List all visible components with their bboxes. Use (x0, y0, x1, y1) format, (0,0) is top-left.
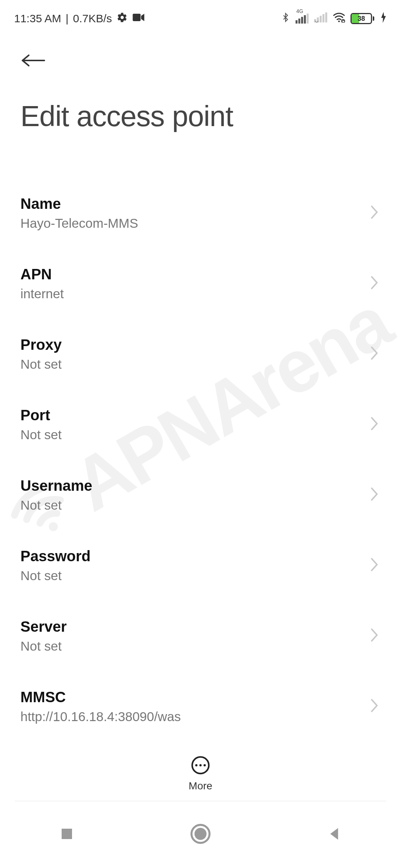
svg-point-13 (338, 20, 340, 22)
row-title: Server (20, 618, 67, 635)
chevron-right-icon (369, 486, 381, 504)
row-value: Not set (20, 357, 62, 372)
row-server[interactable]: Server Not set (0, 601, 401, 671)
row-value: Hayo-Telecom-MMS (20, 216, 138, 231)
chevron-right-icon (369, 345, 381, 363)
more-label: More (189, 780, 212, 792)
row-value: Not set (20, 639, 67, 654)
row-password[interactable]: Password Not set (0, 530, 401, 601)
wifi-icon (333, 12, 345, 25)
bluetooth-icon (281, 11, 290, 26)
row-value: Not set (20, 498, 92, 513)
chevron-right-icon (369, 627, 381, 645)
svg-rect-9 (320, 16, 322, 22)
row-proxy[interactable]: Proxy Not set (0, 319, 401, 389)
video-icon (132, 12, 145, 25)
nav-bar (0, 801, 401, 868)
settings-list: Name Hayo-Telecom-MMS APN internet Proxy… (0, 178, 401, 782)
row-name[interactable]: Name Hayo-Telecom-MMS (0, 178, 401, 248)
charging-icon (380, 12, 387, 26)
signal-nosim-icon: ✕ (314, 12, 327, 25)
status-speed: 0.7KB/s (73, 12, 112, 25)
chevron-right-icon (369, 556, 381, 574)
svg-rect-11 (325, 12, 327, 22)
row-value: Not set (20, 568, 91, 583)
triangle-left-icon (326, 826, 342, 843)
battery-icon: 38 (351, 13, 374, 24)
row-title: APN (20, 266, 64, 283)
row-mmsc[interactable]: MMSC http://10.16.18.4:38090/was (0, 671, 401, 742)
row-value: internet (20, 286, 64, 301)
chevron-right-icon (369, 415, 381, 433)
svg-point-19 (203, 764, 206, 766)
svg-point-17 (195, 764, 198, 766)
svg-rect-3 (299, 19, 300, 24)
svg-rect-5 (304, 15, 306, 24)
svg-rect-2 (296, 20, 297, 24)
row-title: Password (20, 548, 91, 565)
svg-point-14 (342, 19, 345, 22)
chevron-right-icon (369, 204, 381, 222)
nav-recents-button[interactable] (30, 816, 104, 853)
gear-icon (117, 12, 128, 26)
page-title: Edit access point (20, 99, 381, 133)
row-apn[interactable]: APN internet (0, 248, 401, 319)
nav-back-button[interactable] (297, 816, 371, 853)
more-icon (190, 755, 211, 777)
row-title: Proxy (20, 336, 62, 353)
svg-rect-10 (323, 14, 325, 23)
chevron-right-icon (369, 274, 381, 292)
svg-point-18 (199, 764, 202, 766)
row-value: Not set (20, 427, 62, 442)
row-port[interactable]: Port Not set (0, 389, 401, 460)
settings-scroll[interactable]: Name Hayo-Telecom-MMS APN internet Proxy… (0, 133, 401, 782)
action-bar: More (0, 747, 401, 799)
row-title: Username (20, 477, 92, 494)
svg-rect-6 (307, 14, 309, 24)
more-button[interactable]: More (189, 755, 212, 792)
chevron-right-icon (369, 697, 381, 715)
row-username[interactable]: Username Not set (0, 460, 401, 530)
status-bar: 11:35 AM | 0.7KB/s 4G ✕ 3 (0, 0, 401, 29)
circle-icon (190, 824, 211, 845)
svg-point-22 (195, 828, 206, 840)
row-title: Name (20, 195, 138, 212)
svg-rect-1 (133, 14, 140, 21)
svg-rect-4 (301, 17, 303, 24)
svg-rect-20 (62, 829, 72, 839)
row-title: MMSC (20, 689, 181, 706)
back-button[interactable] (20, 49, 50, 72)
status-time: 11:35 AM (14, 12, 61, 25)
row-title: Port (20, 407, 62, 424)
svg-text:✕: ✕ (314, 19, 319, 23)
square-icon (59, 826, 75, 843)
row-value: http://10.16.18.4:38090/was (20, 709, 181, 724)
signal-4g-icon: 4G (296, 13, 309, 24)
nav-home-button[interactable] (163, 816, 238, 853)
